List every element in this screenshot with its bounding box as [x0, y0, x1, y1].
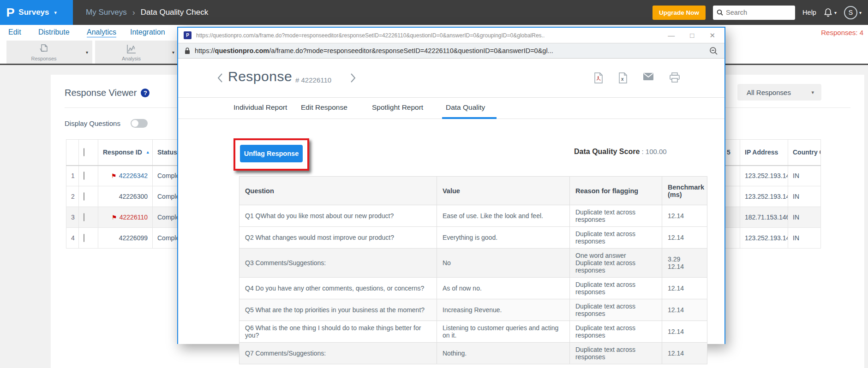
question-cell: Q3 Comments/Suggestions:: [239, 249, 437, 278]
partial-cell: [725, 207, 740, 228]
partial-cell: [725, 166, 740, 186]
sort-ascending-icon: ▲: [146, 150, 150, 154]
maximize-icon[interactable]: □: [690, 32, 694, 39]
question-cell: Q4 Do you have any other comments, quest…: [239, 278, 437, 299]
previous-response-icon[interactable]: [217, 72, 223, 83]
row-checkbox[interactable]: [84, 192, 84, 201]
row-checkbox[interactable]: [84, 172, 84, 180]
notifications-menu[interactable]: ▾: [824, 8, 837, 17]
ip-cell: 182.71.153.146: [740, 207, 788, 228]
svg-text:x: x: [621, 77, 624, 82]
reason-cell: Duplicate text across responses: [570, 278, 662, 299]
benchmark-cell: 12.14: [662, 321, 707, 343]
partial-column-header: 5: [725, 140, 740, 166]
benchmark-header: Benchmark (ms): [662, 177, 707, 205]
nav-item-analytics[interactable]: Analytics: [87, 28, 116, 36]
country-cell: IN: [788, 166, 821, 186]
export-excel-icon[interactable]: x: [618, 72, 628, 83]
benchmark-cell: 12.14: [662, 278, 707, 299]
tab-spotlight-report[interactable]: Spotlight Report: [372, 103, 423, 112]
surveys-product-switcher[interactable]: P Surveys ▾: [0, 0, 73, 25]
dq-row: Q4 Do you have any other comments, quest…: [239, 278, 707, 299]
upgrade-now-button[interactable]: Upgrade Now: [652, 6, 706, 20]
unflag-response-button[interactable]: Unflag Response: [240, 145, 303, 162]
country-cell: IN: [788, 207, 821, 228]
analysis-chart-icon: [95, 43, 168, 55]
chevron-down-icon: ▾: [811, 89, 814, 95]
questionpro-logo-icon: P: [6, 6, 15, 18]
benchmark-cell: 12.14: [662, 343, 707, 364]
reason-cell: Duplicate text across responses: [570, 343, 662, 364]
value-header: Value: [437, 177, 570, 205]
all-responses-dropdown[interactable]: All Responses ▾: [737, 84, 821, 101]
response-id-cell[interactable]: 42226099: [98, 228, 153, 249]
response-id-cell[interactable]: ⚑42226342: [98, 166, 153, 186]
benchmark-cell: 12.14: [662, 299, 707, 321]
row-number: 4: [66, 228, 79, 249]
country-code-header[interactable]: Country Code: [788, 140, 821, 166]
tab-edit-response[interactable]: Edit Response: [301, 103, 347, 112]
export-pdf-icon[interactable]: [594, 72, 603, 83]
question-cell: Q6 What is the one thing I should do to …: [239, 321, 437, 343]
responses-toolbar-button[interactable]: Responses ▾: [6, 41, 92, 64]
row-checkbox[interactable]: [84, 234, 84, 242]
help-badge-icon[interactable]: ?: [141, 89, 150, 97]
close-icon[interactable]: ✕: [709, 32, 715, 39]
response-id-cell[interactable]: ⚑42226110: [98, 207, 153, 228]
display-questions-toggle[interactable]: [131, 119, 148, 128]
dq-header-row: Question Value Reason for flagging Bench…: [239, 177, 707, 205]
row-select-cell: [79, 166, 98, 186]
address-url[interactable]: https://questionpro.com/a/frame.do?mode=…: [195, 47, 693, 54]
row-number-header: [66, 140, 79, 166]
nav-item-integration[interactable]: Integration: [130, 28, 165, 36]
question-cell: Q7 Comments/Suggestions:: [239, 343, 437, 364]
all-responses-value: All Responses: [747, 89, 811, 96]
country-cell: IN: [788, 186, 821, 207]
nav-item-distribute[interactable]: Distribute: [38, 28, 70, 36]
avatar: S: [844, 6, 857, 19]
page-title: Response Viewer ?: [65, 88, 150, 98]
questionpro-favicon-icon: P: [184, 31, 192, 39]
nav-item-edit[interactable]: Edit: [8, 28, 21, 36]
chevron-down-icon: ▾: [859, 10, 862, 15]
response-id-header[interactable]: Response ID▲: [98, 140, 153, 166]
reason-cell: Duplicate text across responses: [570, 205, 662, 227]
print-icon[interactable]: [669, 72, 680, 83]
next-response-icon[interactable]: [350, 72, 356, 83]
account-menu[interactable]: S ▾: [844, 6, 862, 19]
partial-cell: [725, 186, 740, 207]
top-bar: P Surveys ▾ My Surveys › Data Quality Ch…: [0, 0, 868, 25]
annotation-highlight-box: Unflag Response: [233, 138, 309, 171]
select-all-checkbox[interactable]: [84, 148, 84, 156]
row-checkbox[interactable]: [84, 213, 84, 221]
dq-row: Q2 What changes would most improve our p…: [239, 227, 707, 249]
response-number: # 42226110: [295, 76, 331, 84]
email-icon[interactable]: [643, 72, 654, 83]
zoom-out-icon[interactable]: [709, 47, 718, 55]
partial-cell: [725, 228, 740, 249]
chevron-down-icon: ▾: [54, 10, 57, 16]
row-select-cell: [79, 228, 98, 249]
search-input[interactable]: [726, 9, 786, 16]
row-select-cell: [79, 186, 98, 207]
breadcrumb-separator-icon: ›: [132, 8, 135, 18]
help-link[interactable]: Help: [802, 9, 816, 16]
tab-individual-report[interactable]: Individual Report: [233, 103, 287, 112]
dq-row: Q6 What is the one thing I should do to …: [239, 321, 707, 343]
country-cell: IN: [788, 228, 821, 249]
reason-cell: Duplicate text across responses: [570, 321, 662, 343]
row-number: 1: [66, 166, 79, 186]
question-cell: Q1 QWhat do you like most about our new …: [239, 205, 437, 227]
benchmark-cell: 12.14: [662, 205, 707, 227]
value-cell: Increasing Revenue.: [437, 299, 570, 321]
breadcrumb-my-surveys[interactable]: My Surveys: [86, 8, 127, 17]
minimize-icon[interactable]: —: [668, 32, 675, 39]
tab-data-quality[interactable]: Data Quality: [446, 103, 485, 112]
response-id-cell[interactable]: 42226300: [98, 186, 153, 207]
analysis-toolbar-button[interactable]: Analysis ▾: [95, 41, 179, 64]
modal-title-url: https://questionpro.com/a/frame.do?mode=…: [196, 32, 644, 39]
response-editor-modal: P https://questionpro.com/a/frame.do?mod…: [177, 27, 725, 344]
responses-count: Responses: 4: [821, 29, 863, 36]
ip-address-header[interactable]: IP Address: [740, 140, 788, 166]
flagged-icon: ⚑: [112, 214, 117, 221]
